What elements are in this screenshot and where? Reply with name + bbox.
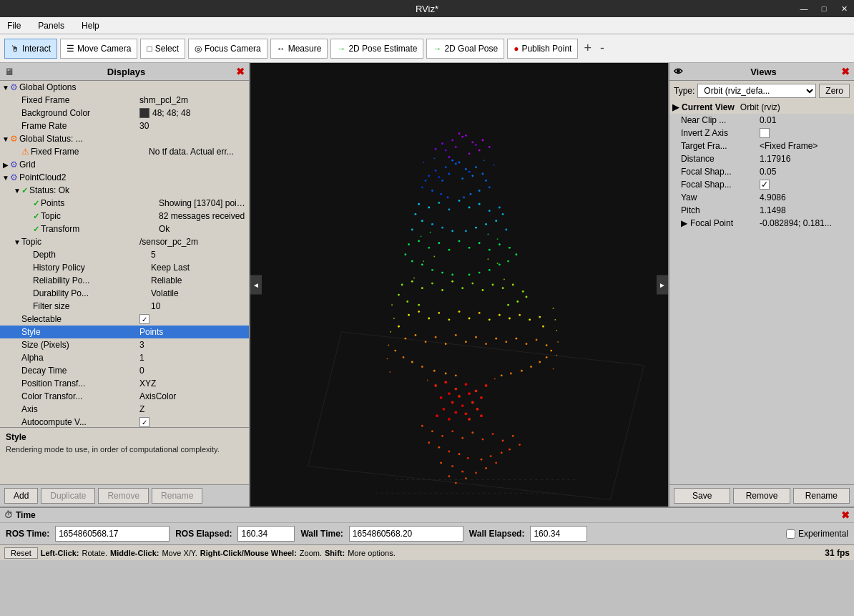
cv-pitch[interactable]: Pitch 1.1498: [669, 204, 854, 217]
tree-size-pixels[interactable]: Size (Pixels) 3: [0, 338, 249, 351]
svg-point-108: [408, 314, 410, 316]
svg-point-229: [553, 368, 554, 369]
tree-reliability[interactable]: Reliability Po... Reliable: [0, 274, 249, 287]
ros-elapsed-input[interactable]: [237, 526, 295, 542]
cv-invert-z[interactable]: Invert Z Axis: [669, 127, 854, 140]
svg-point-169: [454, 411, 457, 414]
tree-axis[interactable]: Axis Z: [0, 403, 249, 416]
tree-frame-rate[interactable]: Frame Rate 30: [0, 119, 249, 132]
cv-near-clip[interactable]: Near Clip ... 0.01: [669, 114, 854, 127]
tool-interact[interactable]: 🖱 Interact: [4, 39, 57, 59]
svg-point-188: [509, 449, 511, 451]
tree-grid[interactable]: ▶ ⚙ Grid: [0, 158, 249, 171]
minimize-button[interactable]: —: [794, 0, 814, 17]
tree-alpha[interactable]: Alpha 1: [0, 351, 249, 364]
expander-pointcloud2[interactable]: ▼: [1, 174, 10, 182]
toolbar-add-button[interactable]: +: [581, 41, 594, 56]
duplicate-button[interactable]: Duplicate: [41, 488, 95, 504]
3d-viewport[interactable]: ◄: [250, 63, 668, 507]
autocompute-checkbox[interactable]: ✓: [139, 417, 149, 427]
selectable-checkbox[interactable]: ✓: [139, 314, 149, 324]
cv-focal-shape2[interactable]: Focal Shap... ✓: [669, 178, 854, 191]
add-button[interactable]: Add: [4, 488, 38, 504]
tree-global-status[interactable]: ▼ ⚙ Global Status: ...: [0, 132, 249, 145]
views-zero-button[interactable]: Zero: [819, 84, 850, 98]
tree-filter-size[interactable]: Filter size 10: [0, 300, 249, 313]
grid-globe-icon: ⚙: [10, 160, 18, 170]
tree-topic-section[interactable]: ▼ Topic /sensor_pc_2m: [0, 235, 249, 248]
views-save-button[interactable]: Save: [674, 488, 730, 504]
expander-global-options[interactable]: ▼: [1, 84, 10, 92]
tool-select[interactable]: □ Select: [140, 39, 185, 59]
svg-point-74: [489, 249, 491, 251]
close-button[interactable]: ✕: [834, 0, 854, 17]
tree-fixed-frame-warn[interactable]: ⚠ Fixed Frame No tf data. Actual err...: [0, 145, 249, 158]
time-close-button[interactable]: ✖: [841, 509, 850, 521]
cv-target-frame[interactable]: Target Fra... <Fixed Frame>: [669, 140, 854, 152]
tree-global-options[interactable]: ▼ ⚙ Global Options: [0, 81, 249, 94]
tree-position-transform[interactable]: Position Transf... XYZ: [0, 377, 249, 390]
svg-point-193: [467, 457, 469, 459]
tree-status-topic[interactable]: ✓ Topic 82 messages received: [0, 210, 249, 223]
reset-button[interactable]: Reset: [4, 547, 38, 559]
cv-focal-point[interactable]: ▶ Focal Point -0.082894; 0.181...: [669, 217, 854, 230]
tree-fixed-frame[interactable]: Fixed Frame shm_pcl_2m: [0, 94, 249, 107]
wall-elapsed-input[interactable]: [530, 526, 587, 542]
views-remove-button[interactable]: Remove: [733, 488, 790, 504]
svg-point-111: [438, 312, 440, 314]
tree-autocompute[interactable]: Autocompute V... ✓: [0, 416, 249, 427]
remove-button[interactable]: Remove: [98, 488, 149, 504]
viewport-arrow-left[interactable]: ◄: [250, 275, 262, 295]
tree-history-policy[interactable]: History Policy Keep Last: [0, 261, 249, 274]
svg-point-79: [411, 260, 413, 263]
maximize-button[interactable]: □: [814, 0, 834, 17]
svg-point-177: [441, 435, 443, 437]
svg-point-29: [428, 175, 430, 177]
tool-2d-pose[interactable]: → 2D Pose Estimate: [330, 39, 423, 59]
experimental-checkbox[interactable]: [786, 529, 795, 539]
wall-time-input[interactable]: [349, 526, 463, 542]
cv-focal-shape1[interactable]: Focal Shap... 0.05: [669, 165, 854, 178]
svg-point-114: [468, 318, 471, 320]
tree-color-transform[interactable]: Color Transfor... AxisColor: [0, 390, 249, 403]
cv-yaw[interactable]: Yaw 4.9086: [669, 191, 854, 204]
displays-close-button[interactable]: ✖: [236, 66, 245, 77]
svg-point-125: [415, 334, 417, 336]
tree-status-transform[interactable]: ✓ Transform Ok: [0, 223, 249, 235]
toolbar-minus-button[interactable]: -: [597, 41, 607, 56]
rename-button[interactable]: Rename: [152, 488, 202, 504]
tree-depth[interactable]: Depth 5: [0, 248, 249, 261]
cv-distance[interactable]: Distance 1.17916: [669, 152, 854, 165]
svg-point-53: [499, 207, 501, 209]
views-close-button[interactable]: ✖: [841, 66, 850, 77]
current-view-header[interactable]: ▶ Current View Orbit (rviz): [669, 101, 854, 114]
invert-z-checkbox[interactable]: [760, 128, 770, 138]
tree-status-ok[interactable]: ▼ ✓ Status: Ok: [0, 184, 249, 197]
tree-decay-time[interactable]: Decay Time 0: [0, 364, 249, 377]
svg-point-161: [468, 392, 471, 395]
tool-publish-point[interactable]: ● Publish Point: [507, 39, 578, 59]
svg-point-68: [428, 247, 430, 249]
tree-selectable[interactable]: Selectable ✓: [0, 313, 249, 326]
focal-shape-checkbox[interactable]: ✓: [760, 180, 770, 190]
viewport-arrow-right[interactable]: ►: [657, 275, 668, 295]
tool-2d-goal[interactable]: → 2D Goal Pose: [426, 39, 504, 59]
ros-time-input[interactable]: [55, 526, 170, 542]
tree-status-points[interactable]: ✓ Points Showing [13704] poin...: [0, 197, 249, 210]
tree-style[interactable]: Style Points: [0, 326, 249, 338]
tool-move-camera[interactable]: ☰ Move Camera: [60, 39, 137, 59]
expander-grid[interactable]: ▶: [1, 161, 10, 169]
tool-measure[interactable]: ↔ Measure: [270, 39, 328, 59]
tree-pointcloud2[interactable]: ▼ ⚙ PointCloud2: [0, 171, 249, 184]
views-type-select[interactable]: Orbit (rviz_defa...: [697, 84, 816, 98]
tree-durability[interactable]: Durability Po... Volatile: [0, 287, 249, 300]
menu-panels[interactable]: Panels: [34, 19, 69, 32]
expander-global-status[interactable]: ▼: [1, 135, 10, 143]
menu-help[interactable]: Help: [77, 19, 104, 32]
svg-point-146: [530, 366, 532, 368]
right-click-label: Right-Click/Mouse Wheel:: [200, 549, 297, 557]
tree-background-color[interactable]: Background Color 48; 48; 48: [0, 107, 249, 119]
tool-focus-camera[interactable]: ◎ Focus Camera: [188, 39, 268, 59]
menu-file[interactable]: File: [3, 19, 25, 32]
views-rename-button[interactable]: Rename: [793, 488, 850, 504]
